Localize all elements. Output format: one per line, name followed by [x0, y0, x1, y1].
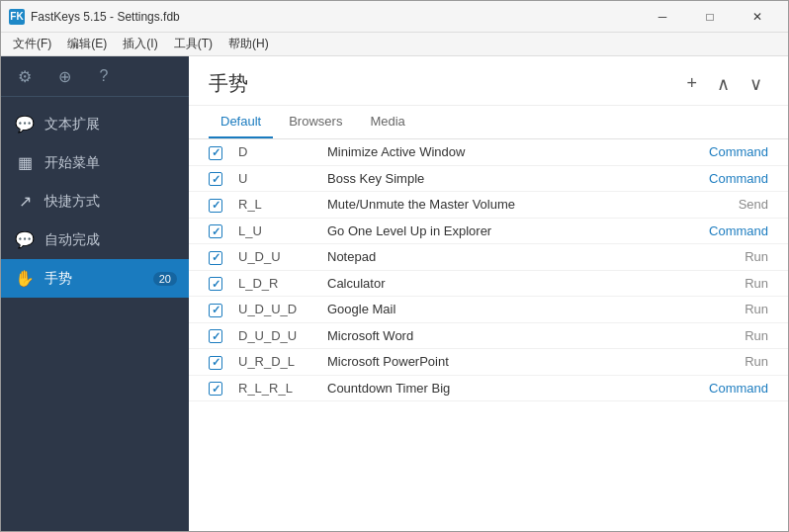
row-key-8: U_R_D_L	[238, 354, 327, 369]
table-row[interactable]: R_L_R_L Countdown Timer Big Command	[189, 376, 788, 402]
row-desc-0: Minimize Active Window	[327, 144, 669, 159]
title-bar-text: FastKeys 5.15 - Settings.fdb	[31, 10, 640, 24]
row-checkbox-3[interactable]	[209, 223, 238, 239]
row-desc-1: Boss Key Simple	[327, 171, 669, 186]
row-checkbox-9[interactable]	[209, 381, 238, 397]
checkbox-9[interactable]	[209, 382, 222, 396]
sidebar-item-gestures[interactable]: ✋ 手势 20	[1, 259, 189, 298]
row-type-0: Command	[669, 144, 768, 159]
sidebar-item-start-menu[interactable]: ▦ 开始菜单	[1, 143, 189, 182]
minimize-button[interactable]: ─	[640, 1, 685, 33]
gestures-icon: ✋	[15, 269, 35, 288]
menu-file[interactable]: 文件(F)	[5, 34, 59, 54]
title-bar: FK FastKeys 5.15 - Settings.fdb ─ □ ✕	[1, 1, 788, 33]
title-bar-buttons: ─ □ ✕	[640, 1, 780, 33]
row-type-7: Run	[669, 328, 768, 343]
row-type-1: Command	[669, 171, 768, 186]
checkbox-8[interactable]	[209, 356, 222, 370]
row-type-3: Command	[669, 223, 768, 238]
checkbox-7[interactable]	[209, 329, 222, 343]
row-key-2: R_L	[238, 197, 327, 212]
sidebar-nav: 💬 文本扩展 ▦ 开始菜单 ↗ 快捷方式 💬 自动完成 ✋ 手势 20	[1, 97, 189, 306]
tabs-bar: Default Browsers Media	[189, 106, 788, 139]
sidebar-icon-bar: ⚙ ⊕ ?	[1, 56, 189, 97]
row-key-0: D	[238, 144, 327, 159]
row-type-9: Command	[669, 381, 768, 396]
tab-media[interactable]: Media	[358, 106, 416, 138]
row-type-8: Run	[669, 354, 768, 369]
gestures-badge: 20	[153, 272, 177, 286]
up-button[interactable]: ∧	[711, 71, 736, 97]
down-button[interactable]: ∨	[744, 71, 768, 97]
sidebar-label-start-menu: 开始菜单	[44, 154, 100, 172]
checkbox-1[interactable]	[209, 172, 222, 186]
checkbox-5[interactable]	[209, 277, 222, 291]
row-checkbox-2[interactable]	[209, 197, 238, 213]
content-area: 手势 + ∧ ∨ Default Browsers Media D Minimi…	[189, 56, 788, 531]
help-icon[interactable]: ?	[92, 64, 116, 88]
row-key-4: U_D_U	[238, 249, 327, 264]
row-checkbox-1[interactable]	[209, 171, 238, 187]
row-checkbox-4[interactable]	[209, 249, 238, 265]
row-checkbox-8[interactable]	[209, 354, 238, 370]
checkbox-2[interactable]	[209, 199, 222, 213]
auto-complete-icon: 💬	[15, 230, 35, 249]
row-checkbox-5[interactable]	[209, 276, 238, 292]
row-desc-3: Go One Level Up in Explorer	[327, 223, 669, 238]
menu-tools[interactable]: 工具(T)	[166, 34, 220, 54]
row-checkbox-6[interactable]	[209, 302, 238, 317]
checkbox-6[interactable]	[209, 304, 222, 317]
table-row[interactable]: U_D_U_D Google Mail Run	[189, 297, 788, 323]
table-row[interactable]: L_D_R Calculator Run	[189, 271, 788, 298]
row-desc-2: Mute/Unmute the Master Volume	[327, 197, 669, 212]
gestures-table: D Minimize Active Window Command U Boss …	[189, 139, 788, 531]
start-menu-icon: ▦	[15, 153, 35, 172]
globe-icon[interactable]: ⊕	[52, 64, 76, 88]
row-desc-8: Microsoft PowerPoint	[327, 354, 669, 369]
row-key-9: R_L_R_L	[238, 381, 327, 396]
sidebar-label-auto-complete: 自动完成	[44, 231, 100, 249]
main-layout: ⚙ ⊕ ? 💬 文本扩展 ▦ 开始菜单 ↗ 快捷方式 💬 自动完成 ✋	[1, 56, 788, 531]
menu-bar: 文件(F) 编辑(E) 插入(I) 工具(T) 帮助(H)	[1, 33, 788, 56]
row-desc-7: Microsoft Word	[327, 328, 669, 343]
tab-browsers[interactable]: Browsers	[277, 106, 354, 138]
row-desc-6: Google Mail	[327, 302, 669, 316]
menu-help[interactable]: 帮助(H)	[220, 34, 277, 54]
row-desc-4: Notepad	[327, 249, 669, 264]
close-button[interactable]: ✕	[735, 1, 780, 33]
row-checkbox-7[interactable]	[209, 328, 238, 344]
table-row[interactable]: D Minimize Active Window Command	[189, 139, 788, 166]
shortcuts-icon: ↗	[15, 192, 35, 211]
sidebar-label-gestures: 手势	[44, 270, 72, 288]
sidebar-label-shortcuts: 快捷方式	[44, 193, 100, 211]
app-icon: FK	[9, 9, 25, 25]
add-button[interactable]: +	[680, 71, 703, 96]
checkbox-3[interactable]	[209, 224, 222, 238]
menu-insert[interactable]: 插入(I)	[115, 34, 165, 54]
table-row[interactable]: U Boss Key Simple Command	[189, 166, 788, 193]
menu-edit[interactable]: 编辑(E)	[59, 34, 115, 54]
header-actions: + ∧ ∨	[680, 71, 768, 97]
table-row[interactable]: D_U_D_U Microsoft Word Run	[189, 323, 788, 350]
row-desc-9: Countdown Timer Big	[327, 381, 669, 396]
table-row[interactable]: L_U Go One Level Up in Explorer Command	[189, 219, 788, 245]
row-type-2: Send	[669, 197, 768, 212]
text-expansion-icon: 💬	[15, 115, 35, 133]
sidebar-item-shortcuts[interactable]: ↗ 快捷方式	[1, 182, 189, 221]
row-checkbox-0[interactable]	[209, 144, 238, 160]
settings-icon[interactable]: ⚙	[13, 64, 37, 88]
sidebar-label-text-expansion: 文本扩展	[44, 116, 100, 133]
row-key-1: U	[238, 171, 327, 186]
checkbox-4[interactable]	[209, 251, 222, 265]
sidebar-item-auto-complete[interactable]: 💬 自动完成	[1, 221, 189, 259]
table-row[interactable]: U_R_D_L Microsoft PowerPoint Run	[189, 349, 788, 376]
maximize-button[interactable]: □	[687, 1, 733, 33]
tab-default[interactable]: Default	[209, 106, 273, 138]
page-title: 手势	[209, 70, 680, 97]
row-key-6: U_D_U_D	[238, 302, 327, 316]
table-row[interactable]: R_L Mute/Unmute the Master Volume Send	[189, 192, 788, 219]
sidebar-item-text-expansion[interactable]: 💬 文本扩展	[1, 105, 189, 143]
table-row[interactable]: U_D_U Notepad Run	[189, 244, 788, 271]
checkbox-0[interactable]	[209, 146, 222, 160]
row-desc-5: Calculator	[327, 276, 669, 291]
